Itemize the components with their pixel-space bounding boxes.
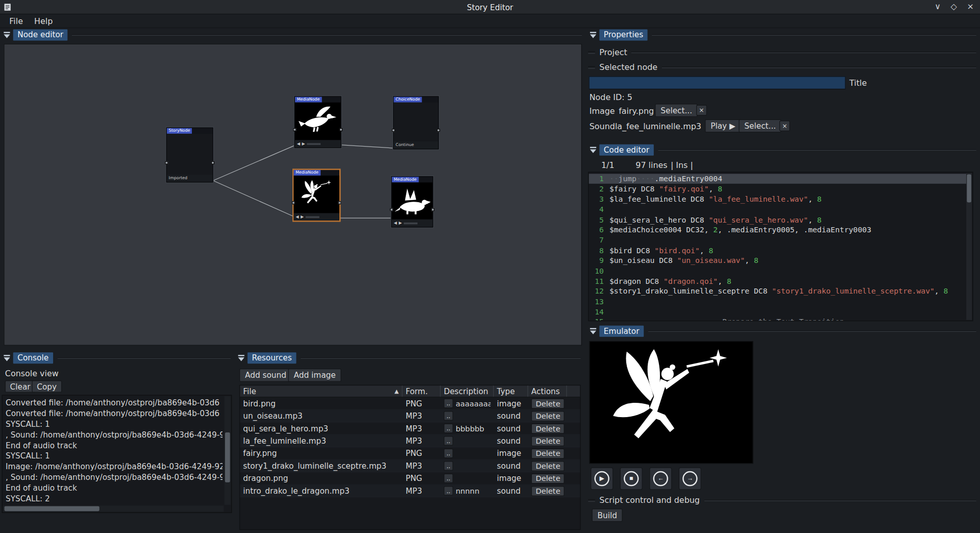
edit-description-button[interactable]: ..: [444, 411, 453, 420]
code-line[interactable]: 7: [589, 235, 966, 246]
node-header[interactable]: ChoiceNode: [394, 97, 422, 103]
node-header[interactable]: MediaNode: [295, 97, 322, 103]
node-prev-icon[interactable]: ◀: [394, 221, 397, 226]
code-line[interactable]: 3$la_fee_luminelle DC8 "la_fee_luminelle…: [589, 194, 966, 204]
node-play-icon[interactable]: ▶: [301, 214, 304, 220]
table-row[interactable]: la_fee_luminelle.mp3MP3..soundDelete: [240, 435, 580, 447]
edit-description-button[interactable]: ..: [444, 424, 453, 433]
node-play-icon[interactable]: ▶: [302, 141, 305, 147]
code-line[interactable]: 11$dragon DC8 "dragon.qoi", 8: [589, 276, 966, 286]
table-row[interactable]: story1_drako_luminelle_sceptre.mp3MP3..s…: [240, 460, 580, 472]
resources-title[interactable]: Resources: [248, 352, 296, 364]
console-title[interactable]: Console: [13, 352, 53, 364]
bird-media-node[interactable]: MediaNode◀▶: [295, 96, 341, 148]
output-pin[interactable]: [437, 129, 440, 132]
delete-button[interactable]: Delete: [531, 436, 565, 446]
node-header[interactable]: MediaNode: [294, 170, 321, 176]
column-header-description[interactable]: Description: [440, 385, 494, 397]
code-line[interactable]: 13: [589, 297, 966, 307]
play-button[interactable]: ▶: [591, 467, 613, 490]
console-horizontal-scrollbar[interactable]: [3, 505, 224, 512]
code-line[interactable]: 14: [589, 307, 966, 317]
console-clear-button[interactable]: Clear: [5, 380, 36, 392]
table-row[interactable]: bird.pngPNG..aaaaaaaaaimageDelete: [240, 397, 580, 409]
prev-button[interactable]: ←: [649, 467, 672, 490]
story-node[interactable]: StoryNodeImported: [166, 128, 213, 183]
edit-description-button[interactable]: ..: [444, 449, 453, 458]
clear-image-button[interactable]: ×: [696, 105, 707, 116]
output-pin[interactable]: [211, 161, 214, 164]
edit-description-button[interactable]: ..: [444, 474, 453, 483]
node-header[interactable]: StoryNode: [167, 128, 192, 134]
delete-button[interactable]: Delete: [531, 448, 565, 458]
properties-title[interactable]: Properties: [599, 30, 647, 41]
code-line[interactable]: 6$mediaChoice0004 DC32, 2, .mediaEntry00…: [589, 225, 966, 235]
dock-arrow-icon[interactable]: [4, 355, 10, 361]
input-pin[interactable]: [165, 161, 168, 164]
console-vertical-scrollbar[interactable]: [225, 396, 231, 505]
column-header-format[interactable]: Form.: [403, 385, 441, 397]
menu-file[interactable]: File: [4, 15, 29, 27]
output-pin[interactable]: [431, 208, 434, 211]
table-row[interactable]: fairy.pngPNG..imageDelete: [240, 447, 580, 459]
choice-node[interactable]: ChoiceNodeContinue: [393, 96, 438, 149]
menu-help[interactable]: Help: [29, 15, 58, 27]
delete-button[interactable]: Delete: [531, 486, 565, 496]
output-pin[interactable]: [339, 128, 342, 131]
code-line[interactable]: 5$qui_sera_le_hero DC8 "qui_sera_le_hero…: [589, 214, 966, 225]
input-pin[interactable]: [390, 208, 393, 211]
input-pin[interactable]: [293, 128, 296, 131]
code-scrollbar[interactable]: [966, 173, 972, 320]
minimize-button[interactable]: ∨: [935, 1, 941, 13]
add-image-button[interactable]: Add image: [288, 369, 341, 382]
edit-description-button[interactable]: ..: [444, 436, 453, 445]
code-line[interactable]: 8$bird DC8 "bird.qoi", 8: [589, 246, 966, 256]
emulator-title[interactable]: Emulator: [599, 326, 644, 337]
node-prev-icon[interactable]: ◀: [296, 214, 299, 220]
edit-description-button[interactable]: ..: [444, 486, 453, 495]
close-button[interactable]: ×: [967, 1, 973, 13]
column-header-actions[interactable]: Actions: [528, 385, 567, 397]
input-pin[interactable]: [392, 129, 395, 132]
delete-button[interactable]: Delete: [531, 398, 565, 408]
console-copy-button[interactable]: Copy: [32, 380, 61, 392]
output-pin[interactable]: [338, 201, 341, 204]
build-button[interactable]: Build: [592, 508, 623, 522]
fairy-media-node[interactable]: MediaNode◀▶: [293, 169, 340, 222]
table-row[interactable]: dragon.pngPNG..imageDelete: [240, 472, 580, 484]
table-row[interactable]: qui_sera_le_hero.mp3MP3..bbbbbbsoundDele…: [240, 422, 580, 434]
node-canvas[interactable]: StoryNodeImportedMediaNode◀▶ChoiceNodeCo…: [4, 44, 582, 346]
code-line[interactable]: 9$un_oiseau DC8 "un_oiseau.wav", 8: [589, 256, 966, 266]
dock-arrow-icon[interactable]: [238, 355, 244, 361]
node-prev-icon[interactable]: ◀: [297, 141, 300, 147]
maximize-button[interactable]: ◇: [951, 1, 957, 13]
delete-button[interactable]: Delete: [531, 473, 565, 483]
dock-arrow-icon[interactable]: [590, 328, 596, 334]
next-button[interactable]: →: [679, 467, 701, 490]
table-row[interactable]: un_oiseau.mp3MP3..soundDelete: [240, 410, 580, 422]
code-editor[interactable]: 1··jump····.mediaEntry00042$fairy DC8 "f…: [588, 172, 973, 322]
column-header-file[interactable]: File ▲: [240, 385, 402, 397]
sound-select-button[interactable]: Select...: [739, 119, 781, 133]
delete-button[interactable]: Delete: [531, 411, 565, 421]
delete-button[interactable]: Delete: [531, 423, 565, 433]
dragon-media-node[interactable]: MediaNode◀▶: [391, 176, 433, 227]
code-editor-title[interactable]: Code editor: [599, 144, 653, 156]
code-line[interactable]: 10: [589, 266, 966, 276]
edit-description-button[interactable]: ..: [444, 399, 453, 408]
code-line[interactable]: 2$fairy DC8 "fairy.qoi", 8: [589, 184, 966, 194]
code-line[interactable]: 12$story1_drako_luminelle_sceptre DC8 "s…: [589, 286, 966, 297]
code-line[interactable]: 4: [589, 204, 966, 214]
dock-arrow-icon[interactable]: [590, 147, 596, 153]
node-editor-title[interactable]: Node editor: [13, 30, 68, 41]
dock-arrow-icon[interactable]: [4, 32, 10, 38]
input-pin[interactable]: [292, 201, 295, 204]
node-play-icon[interactable]: ▶: [399, 221, 402, 226]
add-sound-button[interactable]: Add sound: [239, 369, 292, 382]
code-line[interactable]: 1··jump····.mediaEntry0004: [589, 174, 966, 184]
dock-arrow-icon[interactable]: [590, 32, 596, 38]
sound-play-button[interactable]: Play ▶: [705, 119, 741, 133]
title-input[interactable]: [589, 76, 845, 89]
stop-button[interactable]: ■: [620, 467, 643, 490]
edit-description-button[interactable]: ..: [444, 461, 453, 470]
